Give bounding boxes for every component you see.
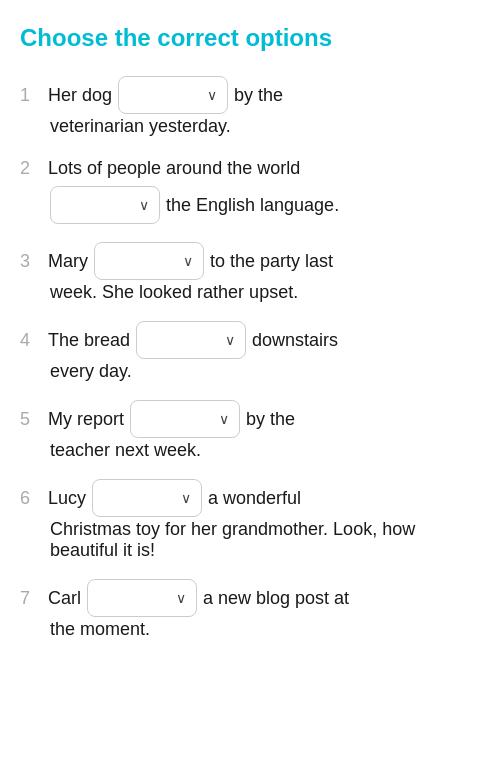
q3-before: Mary — [48, 248, 88, 275]
q4-before: The bread — [48, 327, 130, 354]
q5-before: My report — [48, 406, 124, 433]
page-title: Choose the correct options — [20, 24, 480, 52]
q2-chevron-icon: ∨ — [139, 195, 149, 216]
q5-chevron-icon: ∨ — [219, 409, 229, 430]
q7-continuation: the moment. — [20, 619, 480, 640]
q2-before: Lots of people around the world — [48, 155, 300, 182]
q7-after: a new blog post at — [203, 585, 349, 612]
q2-number: 2 — [20, 155, 42, 182]
question-1: 1 Her dog ∨ by the veterinarian yesterda… — [20, 76, 480, 137]
question-2: 2 Lots of people around the world ∨ the … — [20, 155, 480, 224]
q7-chevron-icon: ∨ — [176, 588, 186, 609]
q7-number: 7 — [20, 585, 42, 612]
q3-after: to the party last — [210, 248, 333, 275]
q7-dropdown[interactable]: ∨ — [87, 579, 197, 617]
q7-before: Carl — [48, 585, 81, 612]
q5-dropdown[interactable]: ∨ — [130, 400, 240, 438]
q6-dropdown[interactable]: ∨ — [92, 479, 202, 517]
q1-chevron-icon: ∨ — [207, 85, 217, 106]
q6-after: a wonderful — [208, 485, 301, 512]
q3-number: 3 — [20, 248, 42, 275]
q1-after: by the — [234, 82, 283, 109]
question-6: 6 Lucy ∨ a wonderful Christmas toy for h… — [20, 479, 480, 561]
q4-number: 4 — [20, 327, 42, 354]
q2-dropdown[interactable]: ∨ — [50, 186, 160, 224]
q1-dropdown[interactable]: ∨ — [118, 76, 228, 114]
question-5: 5 My report ∨ by the teacher next week. — [20, 400, 480, 461]
q5-continuation: teacher next week. — [20, 440, 480, 461]
q6-before: Lucy — [48, 485, 86, 512]
q5-number: 5 — [20, 406, 42, 433]
q4-after: downstairs — [252, 327, 338, 354]
q4-dropdown[interactable]: ∨ — [136, 321, 246, 359]
q4-chevron-icon: ∨ — [225, 330, 235, 351]
q2-continuation: the English language. — [166, 192, 339, 219]
question-3: 3 Mary ∨ to the party last week. She loo… — [20, 242, 480, 303]
q6-continuation: Christmas toy for her grandmother. Look,… — [20, 519, 480, 561]
q6-number: 6 — [20, 485, 42, 512]
q3-dropdown[interactable]: ∨ — [94, 242, 204, 280]
question-7: 7 Carl ∨ a new blog post at the moment. — [20, 579, 480, 640]
q1-before: Her dog — [48, 82, 112, 109]
question-4: 4 The bread ∨ downstairs every day. — [20, 321, 480, 382]
q3-continuation: week. She looked rather upset. — [20, 282, 480, 303]
q5-after: by the — [246, 406, 295, 433]
q4-continuation: every day. — [20, 361, 480, 382]
q3-chevron-icon: ∨ — [183, 251, 193, 272]
q1-number: 1 — [20, 82, 42, 109]
q1-continuation: veterinarian yesterday. — [20, 116, 480, 137]
q6-chevron-icon: ∨ — [181, 488, 191, 509]
